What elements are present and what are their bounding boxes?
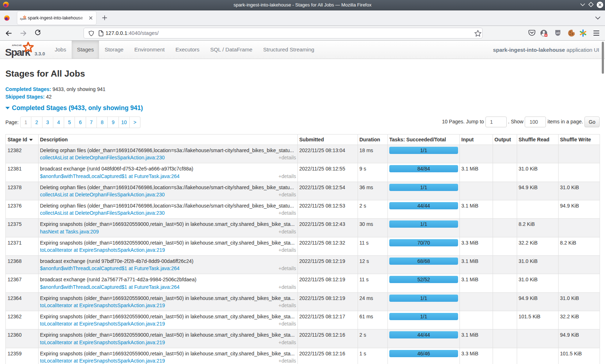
svg-text:APACHE: APACHE bbox=[12, 44, 22, 46]
svg-text:uO: uO bbox=[556, 31, 560, 35]
